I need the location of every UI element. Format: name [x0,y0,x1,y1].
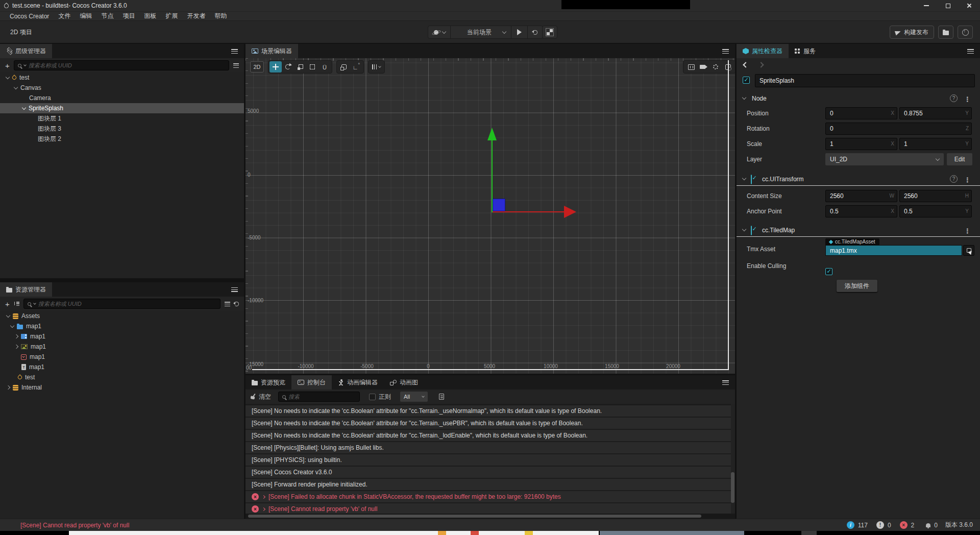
anchor-x-input[interactable] [826,206,897,217]
maximize-button[interactable] [937,0,959,11]
log-filter-dropdown[interactable]: All [400,392,428,402]
tab-hierarchy[interactable]: 层级管理器 [0,44,52,58]
anchor-y-input[interactable] [900,206,971,217]
menu-extension[interactable]: 扩展 [161,12,182,20]
menu-cocos-creator[interactable]: Cocos Creator [5,13,54,20]
tab-animation-editor[interactable]: 动画编辑器 [332,375,384,390]
asset-row-map1-text[interactable]: map1 [0,362,244,372]
panel-menu-icon[interactable] [722,380,729,385]
preview-platform-button[interactable] [428,29,450,36]
log-row-error[interactable]: × [Scene] Cannot read property 'vb' of n… [246,503,731,514]
log-row[interactable]: [Scene] No needs to indicate the 'cc.Boo… [246,405,731,417]
tab-inspector[interactable]: 属性检查器 [737,44,789,58]
menu-panel[interactable]: 面板 [139,12,161,20]
anchor-x-field[interactable]: X [825,205,897,217]
tree-node-tilelayer-1[interactable]: 图块层 1 [0,113,244,124]
menu-help[interactable]: 帮助 [210,12,231,20]
log-row[interactable]: [Scene] [PHYSICS]: using builtin. [246,454,731,466]
layer-edit-button[interactable]: Edit [947,153,972,165]
tree-node-spritesplash[interactable]: SpriteSplash [0,103,244,113]
expand-arrow-icon[interactable] [14,334,18,338]
tab-services[interactable]: 服务 [789,44,822,58]
tiledmap-enabled-checkbox[interactable] [751,226,752,235]
create-node-button[interactable]: + [5,62,10,69]
scene-select-dropdown[interactable]: 当前场景 [451,28,511,37]
toggle-2d-3d-button[interactable]: 2D [250,61,264,72]
camera-preview-button[interactable] [697,61,709,73]
collapse-arrow-icon[interactable] [14,85,18,89]
gizmo-x-arrowhead[interactable] [564,206,576,218]
anchor-y-field[interactable]: Y [899,205,972,217]
section-menu-icon[interactable] [964,94,971,104]
menu-node[interactable]: 节点 [96,12,118,20]
collapse-arrow-icon[interactable] [742,176,746,180]
node-active-checkbox[interactable] [743,77,750,84]
console-vertical-scrollbar[interactable] [731,472,734,503]
panel-menu-icon[interactable] [231,287,238,292]
node-name-field[interactable] [755,74,975,87]
expand-arrow-icon[interactable] [14,345,18,349]
preview-qr-button[interactable] [542,26,557,39]
scale-tool-button[interactable] [294,61,306,73]
node-name-input[interactable] [755,75,974,87]
console-log-list[interactable]: [Scene] No needs to indicate the 'cc.Boo… [246,404,731,514]
import-asset-icon[interactable] [14,301,19,306]
layer-dropdown[interactable]: UI_2D [825,153,944,165]
tree-node-tilelayer-2[interactable]: 图块层 2 [0,134,244,144]
hierarchy-search[interactable]: 搜索名称或 UUID [14,60,229,70]
log-row[interactable]: [Scene] No needs to indicate the 'cc.Boo… [246,430,731,441]
position-x-input[interactable] [826,108,897,119]
uitransform-enabled-checkbox[interactable] [751,175,752,184]
scale-x-input[interactable] [826,138,897,150]
history-back-icon[interactable] [743,62,748,67]
content-h-field[interactable]: H [899,190,972,202]
assets-search[interactable]: 搜索名称或 UUID [23,299,220,309]
asset-row-map1-tmx[interactable]: map1 [0,352,244,362]
tmx-asset-field[interactable]: map1.tmx [825,245,962,256]
console-search[interactable]: 搜索 [278,392,360,402]
play-button[interactable] [511,29,527,35]
asset-list-view-icon[interactable] [225,302,230,306]
menu-developer[interactable]: 开发者 [182,12,210,20]
collapse-arrow-icon[interactable] [742,227,746,231]
close-button[interactable] [959,0,980,11]
error-count-icon[interactable]: × [900,521,908,529]
history-forward-icon[interactable] [758,62,764,67]
content-w-input[interactable] [826,190,897,202]
tiledmap-section-header[interactable]: cc.TiledMap [737,225,980,237]
position-y-field[interactable]: Y [899,107,972,119]
scene-canvas[interactable]: 2D [246,58,735,374]
help-icon[interactable]: ? [950,175,958,183]
tree-node-tilelayer-3[interactable]: 图块层 3 [0,124,244,134]
clear-console-button[interactable]: 清空 [251,393,271,401]
reload-button[interactable] [528,30,543,35]
tab-asset-preview[interactable]: 资源预览 [246,375,291,390]
asset-row-map1-image[interactable]: map1 [0,342,244,352]
collapse-arrow-icon[interactable] [10,323,14,327]
collapse-arrow-icon[interactable] [6,75,10,79]
gizmo-x-axis[interactable] [493,211,564,212]
log-row-error[interactable]: × [Scene] Failed to allocate chunk in St… [246,491,731,502]
menu-file[interactable]: 文件 [54,12,75,20]
log-row[interactable]: [Scene] Cocos Creator v3.6.0 [246,467,731,478]
position-y-input[interactable] [900,108,971,119]
warning-count-icon[interactable]: ! [876,521,884,529]
minimize-button[interactable] [916,0,937,11]
rect-tool-button[interactable] [306,61,318,73]
log-detail-icon[interactable] [439,394,444,400]
log-row[interactable]: [Scene] Forward render pipeline initiali… [246,479,731,490]
menu-edit[interactable]: 编辑 [75,12,96,20]
section-menu-icon[interactable] [964,175,971,184]
tmx-asset-picker-button[interactable] [963,245,974,256]
gizmo-2d-tool-button[interactable] [318,61,331,73]
build-publish-button[interactable]: 构建发布 [890,26,934,39]
expand-log-icon[interactable] [262,507,265,510]
menu-project[interactable]: 项目 [118,12,139,20]
log-row[interactable]: [Scene] No needs to indicate the 'cc.Boo… [246,418,731,429]
tree-node-test[interactable]: test [0,72,244,83]
asset-row-map1-spritesheet[interactable]: map1 [0,331,244,342]
pivot-position-button[interactable] [338,61,350,73]
console-horizontal-scrollbar[interactable] [248,515,701,518]
tab-scene-editor[interactable]: 场景编辑器 [246,44,298,58]
gizmo-origin-handle[interactable] [493,199,505,211]
